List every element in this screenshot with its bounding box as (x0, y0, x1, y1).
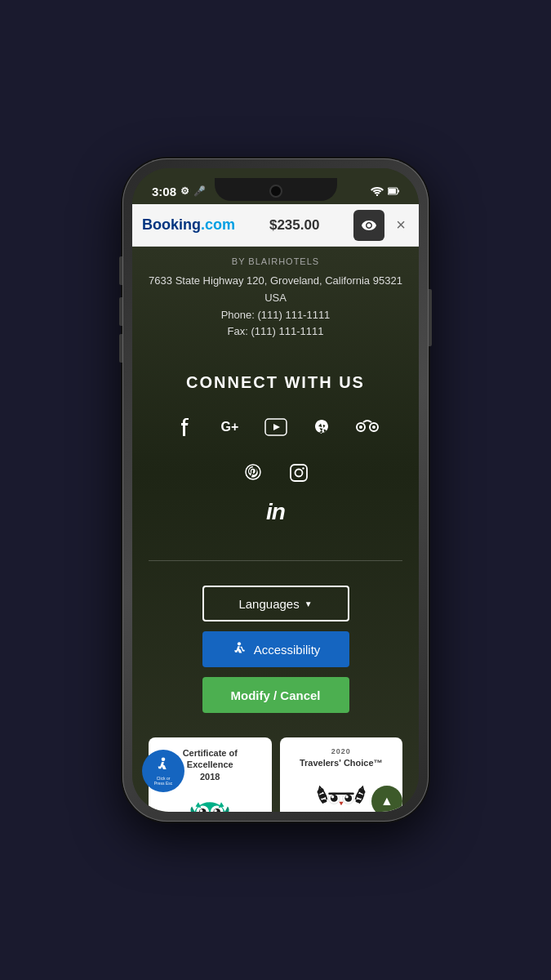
wheelchair-icon (231, 641, 247, 657)
svg-point-8 (359, 425, 362, 429)
svg-point-12 (295, 470, 302, 477)
phone-notch (215, 178, 337, 201)
scroll-top-button[interactable]: ▲ (371, 786, 402, 812)
svg-marker-5 (273, 424, 280, 430)
booking-logo: Booking.com (142, 216, 235, 234)
booking-blue: Booking (142, 216, 201, 234)
address-country: USA (149, 290, 402, 307)
tripadvisor-logo-2018 (181, 789, 238, 812)
wifi-icon (371, 186, 384, 196)
hotel-info-section: BY BLAIRHOTELS 7633 State Highway 120, G… (132, 247, 419, 357)
browser-header: Booking.com $235.00 × (132, 204, 419, 247)
connect-section: CONNECT WITH US G+ (132, 357, 419, 552)
tripadvisor-icon[interactable] (352, 412, 383, 443)
battery-icon (388, 186, 399, 196)
svg-point-32 (344, 795, 352, 802)
pinterest-icon[interactable] (238, 457, 269, 488)
buttons-section: Languages ▼ Accessibility Modify / Cance… (132, 577, 419, 729)
section-divider (149, 560, 402, 561)
svg-point-0 (376, 194, 378, 196)
svg-point-34 (345, 795, 349, 799)
fax-number: Fax: (111) 111-1111 (149, 323, 402, 341)
page-content[interactable]: BY BLAIRHOTELS 7633 State Highway 120, G… (132, 247, 419, 812)
svg-point-31 (331, 795, 338, 802)
accessibility-widget-icon (154, 756, 172, 774)
svg-rect-11 (291, 465, 307, 481)
booking-cyan: .com (201, 216, 235, 234)
facebook-icon[interactable] (169, 412, 200, 443)
close-button[interactable]: × (393, 212, 409, 238)
awards-section: Certificate of Excellence 2018 (132, 729, 419, 812)
widget-label: Click orPress Esc (154, 776, 173, 786)
modify-cancel-button[interactable]: Modify / Cancel (202, 677, 349, 713)
youtube-icon[interactable] (260, 412, 291, 443)
svg-point-9 (372, 425, 375, 429)
address-line1: 7633 State Highway 120, Groveland, Calif… (149, 273, 402, 290)
mic-icon: 🎤 (193, 185, 206, 197)
phone-frame: 3:08 ⚙ 🎤 Booking.c (122, 158, 429, 822)
accessibility-button[interactable]: Accessibility (202, 631, 349, 667)
phone-screen: 3:08 ⚙ 🎤 Booking.c (132, 168, 419, 812)
svg-rect-35 (328, 792, 354, 795)
status-icons (371, 186, 399, 196)
modify-cancel-label: Modify / Cancel (230, 688, 320, 702)
linkedin-row: in (149, 497, 402, 528)
eye-button[interactable] (353, 210, 384, 241)
award-year-2020: 2020 (290, 747, 393, 755)
svg-rect-3 (398, 190, 400, 193)
languages-label: Languages (238, 597, 299, 611)
connect-title: CONNECT WITH US (149, 373, 402, 392)
time-display: 3:08 (152, 185, 176, 198)
linkedin-icon[interactable]: in (260, 497, 291, 528)
svg-point-33 (331, 795, 335, 799)
award-title-2020: Travelers' Choice™ (290, 757, 393, 768)
svg-point-21 (215, 809, 218, 812)
eye-icon (362, 220, 376, 230)
phone-number: Phone: (111) 111-1111 (149, 307, 402, 324)
instagram-icon[interactable] (283, 457, 314, 488)
gear-icon: ⚙ (180, 185, 189, 197)
price-display: $235.00 (243, 217, 345, 234)
svg-point-14 (238, 642, 241, 645)
hotel-by-text: BY BLAIRHOTELS (149, 256, 402, 266)
google-plus-icon[interactable]: G+ (215, 412, 246, 443)
dropdown-arrow-icon: ▼ (304, 599, 313, 608)
social-icons-row: G+ (149, 412, 402, 488)
svg-point-13 (302, 467, 304, 469)
yelp-icon[interactable] (306, 412, 337, 443)
status-time: 3:08 ⚙ 🎤 (152, 185, 206, 198)
accessibility-widget[interactable]: Click orPress Esc (142, 750, 184, 792)
svg-rect-2 (389, 189, 396, 194)
svg-point-20 (200, 809, 203, 812)
languages-button[interactable]: Languages ▼ (202, 586, 349, 621)
tripadvisor-logo-2020 (313, 775, 370, 812)
hotel-address: 7633 State Highway 120, Groveland, Calif… (149, 273, 402, 341)
scroll-top-icon: ▲ (380, 794, 393, 808)
accessibility-label: Accessibility (254, 643, 321, 657)
svg-point-36 (162, 757, 166, 761)
